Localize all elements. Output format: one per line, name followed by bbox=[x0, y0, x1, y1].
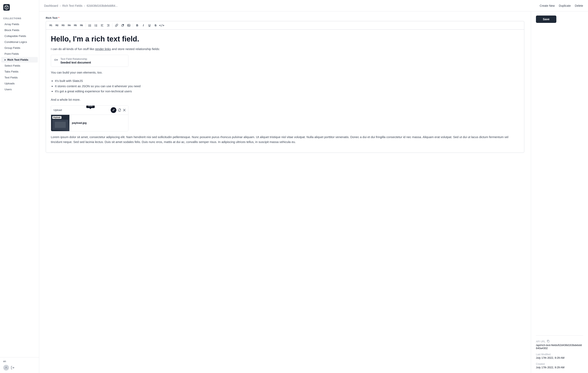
sidebar: Collections Array Fields Block Fields Co… bbox=[0, 0, 39, 373]
swap-image-button[interactable] bbox=[118, 108, 121, 112]
relationship-block-content: Text Field Relationship Seeded text docu… bbox=[60, 57, 91, 64]
sidebar-item-text-fields[interactable]: Text Fields bbox=[1, 75, 38, 80]
edit-tooltip: Edit bbox=[86, 106, 95, 108]
italic-button[interactable]: I bbox=[140, 22, 146, 28]
sidebar-item-label: Tabs Fields bbox=[4, 70, 18, 73]
sidebar-item-label: Select Fields bbox=[4, 64, 20, 67]
new-tab-link-button[interactable] bbox=[120, 22, 126, 28]
sidebar-item-select-fields[interactable]: Select Fields bbox=[1, 63, 38, 68]
render-links-link[interactable]: render links bbox=[95, 47, 111, 51]
lorem-paragraph: Lorem ipsum dolor sit amet, consectetur … bbox=[51, 135, 519, 144]
breadcrumb-rich-text-fields[interactable]: Rich Text Fields bbox=[62, 4, 83, 7]
right-panel: Save API URL /api/rich-text-fields/62d43… bbox=[531, 11, 588, 373]
image-button[interactable] bbox=[126, 22, 132, 28]
create-new-button[interactable]: Create New bbox=[540, 3, 555, 8]
save-button[interactable]: Save bbox=[536, 16, 556, 23]
copy-icon[interactable] bbox=[547, 340, 550, 343]
sidebar-item-rich-text-fields[interactable]: ▶ Rich Text Fields bbox=[1, 57, 38, 63]
sidebar-item-tabs-fields[interactable]: Tabs Fields bbox=[1, 69, 38, 74]
sidebar-bottom: en bbox=[0, 357, 39, 373]
svg-point-2 bbox=[6, 367, 7, 368]
app-logo-icon bbox=[3, 4, 10, 11]
delete-button[interactable]: Delete bbox=[575, 3, 583, 8]
sidebar-item-point-fields[interactable]: Point Fields bbox=[1, 51, 38, 57]
edit-image-button[interactable] bbox=[111, 107, 116, 113]
sidebar-item-label: Uploads bbox=[4, 82, 15, 85]
ordered-list-button[interactable]: 1.2.3. bbox=[93, 22, 99, 28]
heading-6-button[interactable]: H6 bbox=[79, 22, 84, 28]
breadcrumb-dashboard[interactable]: Dashboard bbox=[44, 4, 58, 7]
sidebar-item-array-fields[interactable]: Array Fields bbox=[1, 21, 38, 27]
right-panel-spacer bbox=[536, 26, 583, 335]
heading-2-button[interactable]: H2 bbox=[54, 22, 60, 28]
image-block: Edit Upload bbox=[51, 106, 128, 131]
editor-bullet-list: It's built with SlateJS It stores conten… bbox=[55, 78, 519, 94]
toolbar-sep-1 bbox=[85, 23, 86, 27]
avatar[interactable] bbox=[3, 365, 9, 371]
api-url-value: /api/rich-text-fields/62d438d163bdebdd64… bbox=[536, 344, 583, 350]
link-button[interactable] bbox=[114, 22, 119, 28]
main-area: Dashboard › Rich Text Fields › 62d438d16… bbox=[39, 0, 588, 373]
image-block-actions bbox=[111, 107, 126, 113]
list-item: It's built with SlateJS bbox=[55, 78, 519, 84]
image-thumbnail: Payload bbox=[51, 115, 69, 131]
align-left-button[interactable] bbox=[99, 22, 105, 28]
created-section: Created July 17th 2022, 9:29 AM bbox=[536, 362, 583, 369]
last-modified-section: Last Modified July 17th 2022, 9:29 AM bbox=[536, 353, 583, 359]
heading-3-button[interactable]: H3 bbox=[60, 22, 66, 28]
breadcrumb: Dashboard › Rich Text Fields › 62d438d16… bbox=[44, 4, 118, 7]
svg-text:3.: 3. bbox=[94, 26, 95, 27]
save-section: Save bbox=[536, 16, 583, 23]
relationship-type: Text Field Relationship bbox=[60, 57, 91, 61]
topbar-actions: Create New Duplicate Delete bbox=[540, 3, 583, 8]
strikethrough-button[interactable]: S bbox=[153, 22, 158, 28]
editor-whole-lot: And a whole lot more. bbox=[51, 97, 519, 102]
user-row bbox=[3, 365, 36, 371]
align-right-button[interactable] bbox=[105, 22, 111, 28]
relationship-title: Seeded text document bbox=[60, 61, 91, 64]
toolbar-sep-3 bbox=[133, 23, 133, 27]
list-item: It's got a great editing experience for … bbox=[55, 89, 519, 94]
logout-icon[interactable] bbox=[10, 366, 15, 370]
heading-1-button[interactable]: H1 bbox=[48, 22, 54, 28]
sidebar-logo bbox=[0, 0, 39, 14]
heading-5-button[interactable]: H5 bbox=[73, 22, 78, 28]
image-thumb-brand: Payload bbox=[52, 116, 62, 119]
relationship-block-icon bbox=[54, 59, 58, 63]
remove-image-button[interactable] bbox=[123, 109, 126, 112]
upload-label: Upload bbox=[53, 108, 62, 112]
created-label: Created bbox=[536, 362, 583, 365]
underline-button[interactable]: U bbox=[147, 22, 152, 28]
sidebar-item-block-fields[interactable]: Block Fields bbox=[1, 27, 38, 33]
chevron-right-icon: ▶ bbox=[4, 59, 6, 61]
unordered-list-button[interactable] bbox=[87, 22, 93, 28]
sidebar-item-group-fields[interactable]: Group Fields bbox=[1, 45, 38, 51]
sidebar-item-label: Users bbox=[4, 88, 12, 91]
sidebar-item-label: Group Fields bbox=[4, 46, 20, 49]
heading-4-button[interactable]: H4 bbox=[66, 22, 72, 28]
breadcrumb-sep-1: › bbox=[60, 4, 61, 7]
image-filename: payload.jpg bbox=[69, 115, 89, 131]
sidebar-item-conditional-logics[interactable]: Conditional Logics bbox=[1, 39, 38, 45]
bold-button[interactable]: B bbox=[134, 22, 140, 28]
svg-point-6 bbox=[89, 25, 89, 26]
last-modified-value: July 17th 2022, 9:29 AM bbox=[536, 356, 583, 359]
rich-text-editor[interactable]: Hello, I'm a rich text field. I can do a… bbox=[46, 29, 524, 153]
editor-heading: Hello, I'm a rich text field. bbox=[51, 34, 519, 43]
sidebar-item-collapsible-fields[interactable]: Collapsible Fields bbox=[1, 33, 38, 39]
editor-intro: I can do all kinds of fun stuff like ren… bbox=[51, 47, 519, 52]
code-button[interactable]: </> bbox=[159, 22, 165, 28]
sidebar-item-label: Rich Text Fields bbox=[7, 58, 28, 61]
language-badge[interactable]: en bbox=[3, 360, 36, 363]
last-modified-label: Last Modified bbox=[536, 353, 583, 356]
editor-area: Rich Text * H1 H2 H3 H4 H5 H6 1.2.3. bbox=[39, 11, 531, 373]
sidebar-item-label: Text Fields bbox=[4, 76, 18, 79]
breadcrumb-id: 62d438d163bdebdd64... bbox=[87, 4, 118, 7]
sidebar-item-users[interactable]: Users bbox=[1, 87, 38, 92]
duplicate-button[interactable]: Duplicate bbox=[559, 3, 571, 8]
svg-rect-26 bbox=[54, 59, 56, 61]
api-url-section: API URL /api/rich-text-fields/62d438d163… bbox=[536, 340, 583, 350]
toolbar-sep-2 bbox=[112, 23, 113, 27]
breadcrumb-sep-2: › bbox=[84, 4, 85, 7]
sidebar-item-uploads[interactable]: Uploads bbox=[1, 81, 38, 86]
